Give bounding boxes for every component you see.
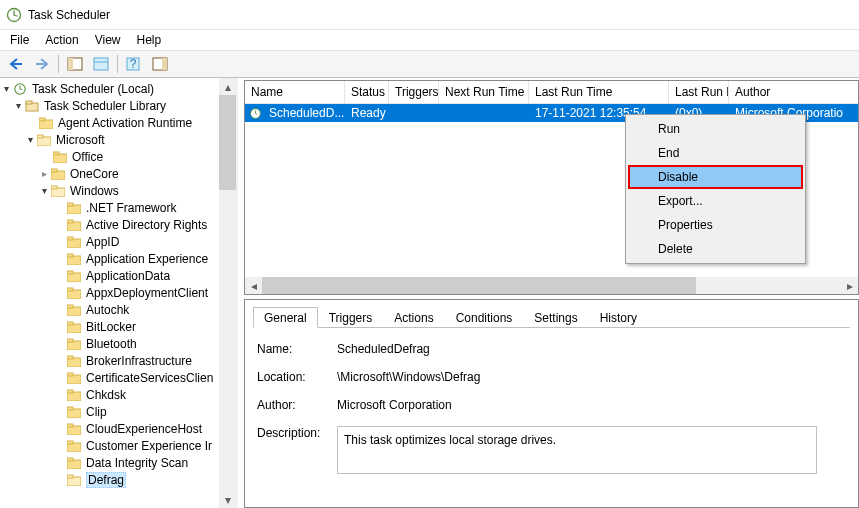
- chevron-down-icon[interactable]: ▾: [38, 185, 50, 196]
- tree-row-cloudexperiencehost[interactable]: CloudExperienceHost: [0, 420, 236, 437]
- chevron-right-icon[interactable]: ▸: [38, 168, 50, 179]
- svg-rect-49: [67, 424, 73, 427]
- window-title: Task Scheduler: [28, 8, 110, 22]
- col-author[interactable]: Author: [729, 81, 858, 103]
- tree-row-active-directory-rights[interactable]: Active Directory Rights: [0, 216, 236, 233]
- col-triggers[interactable]: Triggers: [389, 81, 439, 103]
- col-status[interactable]: Status: [345, 81, 389, 103]
- tree-row-application-experience[interactable]: Application Experience: [0, 250, 236, 267]
- details-pane: General Triggers Actions Conditions Sett…: [244, 299, 859, 508]
- show-hide-action-pane-icon[interactable]: [148, 53, 172, 75]
- tree-row-office[interactable]: Office: [0, 148, 236, 165]
- folder-open-icon: [50, 184, 66, 198]
- tab-settings[interactable]: Settings: [523, 307, 588, 328]
- tree-row-microsoft[interactable]: ▾ Microsoft: [0, 131, 236, 148]
- tree-row-appxdeploymentclient[interactable]: AppxDeploymentClient: [0, 284, 236, 301]
- toolbar-separator: [58, 55, 59, 73]
- task-grid: Name Status Triggers Next Run Time Last …: [244, 80, 859, 295]
- tree-row-bluetooth[interactable]: Bluetooth: [0, 335, 236, 352]
- scroll-thumb[interactable]: [219, 95, 236, 190]
- tree-label: Customer Experience Ir: [86, 439, 212, 453]
- tree-row--net-framework[interactable]: .NET Framework: [0, 199, 236, 216]
- menu-item-run[interactable]: Run: [628, 117, 803, 141]
- tab-conditions[interactable]: Conditions: [445, 307, 524, 328]
- col-last-run[interactable]: Last Run Time: [529, 81, 669, 103]
- svg-rect-23: [67, 203, 73, 206]
- scroll-thumb[interactable]: [262, 277, 696, 294]
- tab-triggers[interactable]: Triggers: [318, 307, 384, 328]
- tree-row-library[interactable]: ▾ Task Scheduler Library: [0, 97, 236, 114]
- menu-item-export[interactable]: Export...: [628, 189, 803, 213]
- col-next-run[interactable]: Next Run Time: [439, 81, 529, 103]
- svg-rect-31: [67, 271, 73, 274]
- tab-history[interactable]: History: [589, 307, 648, 328]
- detail-description-value[interactable]: This task optimizes local storage drives…: [337, 426, 817, 474]
- tree-row-clip[interactable]: Clip: [0, 403, 236, 420]
- tree-row-chkdsk[interactable]: Chkdsk: [0, 386, 236, 403]
- tree-label: Agent Activation Runtime: [58, 116, 192, 130]
- svg-rect-19: [51, 169, 57, 172]
- folder-icon: [52, 150, 68, 164]
- detail-location-label: Location:: [257, 370, 337, 384]
- tree-label: OneCore: [70, 167, 119, 181]
- col-last-result[interactable]: Last Run Result: [669, 81, 729, 103]
- menu-item-delete[interactable]: Delete: [628, 237, 803, 261]
- svg-rect-8: [162, 58, 167, 70]
- help-icon[interactable]: ?: [122, 53, 146, 75]
- svg-rect-35: [67, 305, 73, 308]
- tree-row-certificateservicesclien[interactable]: CertificateServicesClien: [0, 369, 236, 386]
- tree-row-customer-experience-ir[interactable]: Customer Experience Ir: [0, 437, 236, 454]
- scroll-up-icon[interactable]: ▴: [219, 78, 236, 95]
- grid-horizontal-scrollbar[interactable]: ◂ ▸: [245, 277, 858, 294]
- tree-row-root[interactable]: ▾ Task Scheduler (Local): [0, 80, 236, 97]
- toolbar-separator: [117, 55, 118, 73]
- tree-row-autochk[interactable]: Autochk: [0, 301, 236, 318]
- scroll-left-icon[interactable]: ◂: [245, 277, 262, 294]
- properties-icon[interactable]: [89, 53, 113, 75]
- tree-row-bitlocker[interactable]: BitLocker: [0, 318, 236, 335]
- tree-row-defrag[interactable]: Defrag: [0, 471, 236, 488]
- tree-label: Application Experience: [86, 252, 208, 266]
- tree: ▾ Task Scheduler (Local) ▾ Task Schedule…: [0, 78, 236, 490]
- nav-forward-icon[interactable]: [30, 53, 54, 75]
- menu-file[interactable]: File: [2, 31, 37, 49]
- tree-row-onecore[interactable]: ▸ OneCore: [0, 165, 236, 182]
- menu-item-disable[interactable]: Disable: [628, 165, 803, 189]
- folder-icon: [66, 371, 82, 385]
- tree-row-data-integrity-scan[interactable]: Data Integrity Scan: [0, 454, 236, 471]
- svg-rect-11: [26, 101, 32, 104]
- tree-row-applicationdata[interactable]: ApplicationData: [0, 267, 236, 284]
- tree-vertical-scrollbar[interactable]: ▴ ▾: [219, 78, 236, 508]
- menu-view[interactable]: View: [87, 31, 129, 49]
- show-hide-console-tree-icon[interactable]: [63, 53, 87, 75]
- tree-label: Chkdsk: [86, 388, 126, 402]
- menu-help[interactable]: Help: [129, 31, 170, 49]
- tree-row-brokerinfrastructure[interactable]: BrokerInfrastructure: [0, 352, 236, 369]
- folder-icon: [66, 269, 82, 283]
- chevron-down-icon[interactable]: ▾: [0, 83, 12, 94]
- scroll-down-icon[interactable]: ▾: [219, 491, 236, 508]
- tree-label: Office: [72, 150, 103, 164]
- nav-back-icon[interactable]: [4, 53, 28, 75]
- right-area: Name Status Triggers Next Run Time Last …: [238, 78, 859, 508]
- scroll-right-icon[interactable]: ▸: [841, 277, 858, 294]
- menu-item-end[interactable]: End: [628, 141, 803, 165]
- tree-row-agent[interactable]: Agent Activation Runtime: [0, 114, 236, 131]
- tab-actions[interactable]: Actions: [383, 307, 444, 328]
- tab-general[interactable]: General: [253, 307, 318, 328]
- col-name[interactable]: Name: [245, 81, 345, 103]
- chevron-down-icon[interactable]: ▾: [24, 134, 36, 145]
- menu-action[interactable]: Action: [37, 31, 86, 49]
- tree-row-windows[interactable]: ▾ Windows: [0, 182, 236, 199]
- cell-next: [439, 112, 529, 114]
- tree-row-appid[interactable]: AppID: [0, 233, 236, 250]
- svg-rect-51: [67, 441, 73, 444]
- svg-rect-29: [67, 254, 73, 257]
- clock-icon: [12, 82, 28, 96]
- menu-item-properties[interactable]: Properties: [628, 213, 803, 237]
- folder-icon: [66, 439, 82, 453]
- svg-rect-53: [67, 458, 73, 461]
- tree-label: Task Scheduler Library: [44, 99, 166, 113]
- chevron-down-icon[interactable]: ▾: [12, 100, 24, 111]
- svg-rect-39: [67, 339, 73, 342]
